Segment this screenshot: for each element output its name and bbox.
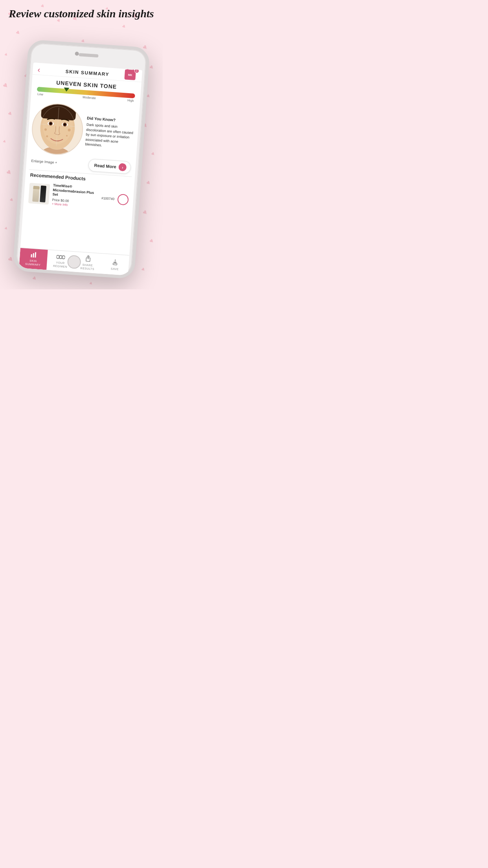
read-more-arrow-icon: › — [118, 163, 127, 171]
enlarge-button[interactable]: Enlarge Image + — [31, 159, 57, 165]
scale-marker — [64, 87, 70, 92]
nav-share-label2: RESULTS — [81, 267, 95, 270]
phone-device: ‹ SKIN SUMMARY MK 0 UNEVEN SKIN TONE Low — [13, 39, 150, 279]
did-you-know-section: Did You Know? Dark spots and skin discol… — [85, 116, 136, 150]
product-info: TimeWise® Microdermabrasion Plus Set Pri… — [52, 183, 99, 209]
face-image-circle — [30, 102, 85, 156]
back-button[interactable]: ‹ — [37, 65, 40, 74]
product-name: TimeWise® Microdermabrasion Plus Set — [52, 183, 99, 200]
scale-moderate-label: Moderate — [83, 96, 96, 100]
nav-share-label: SHARE — [82, 263, 93, 267]
face-info-row: Did You Know? Dark spots and skin discol… — [30, 102, 136, 160]
nav-skin-summary-label2: SUMMARY — [25, 263, 41, 267]
nav-regimen-label2: REGIMEN — [53, 264, 68, 268]
nav-skin-summary[interactable]: SKIN SUMMARY — [19, 248, 48, 270]
phone-frame: ‹ SKIN SUMMARY MK 0 UNEVEN SKIN TONE Low — [13, 39, 150, 279]
cart-badge: 0 — [134, 68, 139, 74]
page-heading: Review customized skin insights — [0, 7, 163, 20]
scale-low-label: Low — [37, 92, 43, 96]
nav-save-label: SAVE — [111, 267, 119, 270]
regimen-icon — [56, 254, 65, 261]
tube-1 — [32, 186, 40, 202]
svg-rect-19 — [31, 254, 32, 257]
product-tubes — [30, 183, 48, 204]
nav-skin-summary-label: SKIN — [29, 259, 37, 262]
nav-regimen-label: YOUR — [56, 261, 65, 265]
phone-camera — [75, 51, 79, 56]
read-more-label: Read More — [94, 163, 116, 169]
save-icon — [112, 259, 118, 267]
phone-screen: ‹ SKIN SUMMARY MK 0 UNEVEN SKIN TONE Low — [19, 63, 142, 276]
cart-icon-container[interactable]: MK 0 — [124, 69, 138, 83]
phone-speaker — [79, 53, 98, 57]
nav-save[interactable]: SAVE — [101, 254, 129, 276]
tube-2 — [40, 185, 46, 202]
face-svg — [34, 102, 81, 156]
svg-rect-21 — [35, 252, 36, 257]
screen-title: SKIN SUMMARY — [65, 69, 109, 77]
did-you-know-body: Dark spots and skin discoloration are of… — [85, 122, 135, 150]
product-sku: #100740 — [101, 196, 115, 200]
skin-summary-icon — [30, 252, 37, 259]
svg-rect-20 — [33, 253, 34, 257]
read-more-button[interactable]: Read More › — [88, 158, 131, 174]
cart-letters: MK — [128, 73, 132, 76]
scale-high-label: High — [127, 99, 134, 103]
product-add-button[interactable] — [117, 193, 129, 205]
product-image — [28, 183, 50, 205]
share-icon — [85, 255, 91, 263]
